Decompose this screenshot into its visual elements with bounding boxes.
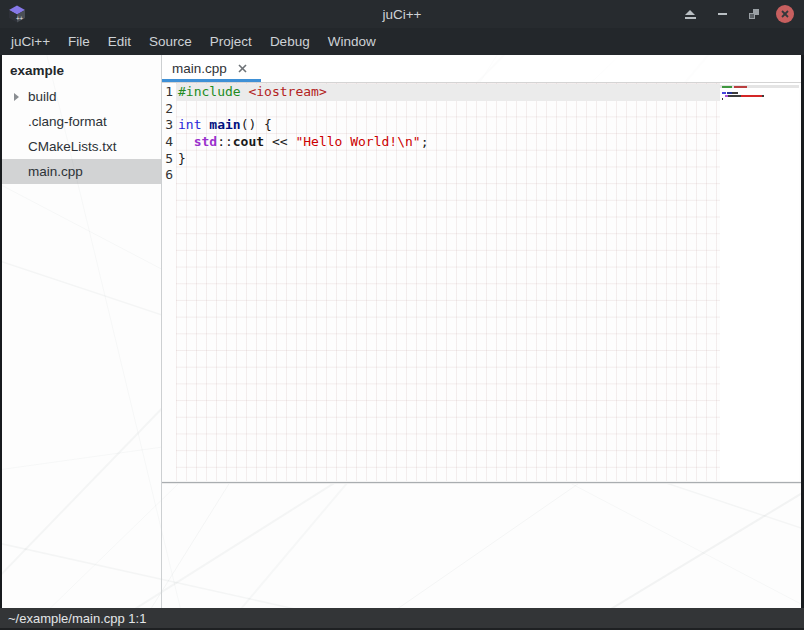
line-number: 4 [162, 134, 173, 151]
tab-bar: main.cpp [162, 55, 801, 83]
tab-close-icon[interactable] [236, 62, 249, 75]
close-button[interactable] [776, 5, 794, 23]
token-ns: std [194, 134, 217, 149]
tree-item-label: main.cpp [28, 164, 83, 179]
token-inc: <iostream> [248, 84, 326, 99]
main-panel: main.cpp 123456 #include <iostream>int m… [162, 55, 801, 608]
token-plain: << [264, 134, 295, 149]
minimap-line [720, 101, 799, 104]
close-icon [780, 9, 790, 19]
status-file-location: ~/example/main.cpp 1:1 [8, 611, 146, 626]
minimize-icon [718, 13, 727, 15]
svg-text:++: ++ [16, 14, 24, 21]
line-number: 5 [162, 151, 173, 168]
menu-item-file[interactable]: File [59, 30, 99, 53]
menu-item-window[interactable]: Window [319, 30, 385, 53]
tree-item-cmakelists-txt[interactable]: CMakeLists.txt [2, 134, 161, 159]
status-bar: ~/example/main.cpp 1:1 [0, 608, 804, 630]
tree-root-folder[interactable]: example [2, 58, 161, 84]
menu-item-edit[interactable]: Edit [99, 30, 140, 53]
code-lines: #include <iostream>int main() { std::cou… [176, 84, 428, 184]
expander-icon[interactable] [7, 93, 25, 101]
menu-item-source[interactable]: Source [140, 30, 201, 53]
code-line: int main() { [178, 117, 428, 134]
line-number: 1 [162, 84, 173, 101]
token-str: "Hello World!\n" [295, 134, 420, 149]
token-pre: #include [178, 84, 241, 99]
tree-item-build[interactable]: build [2, 84, 161, 109]
menu-bar: juCi++FileEditSourceProjectDebugWindow [0, 28, 804, 55]
output-terminal-panel[interactable] [162, 484, 801, 608]
token-plain: () { [241, 117, 272, 132]
token-plain: } [178, 151, 186, 166]
tree-items: build.clang-formatCMakeLists.txtmain.cpp [2, 84, 161, 184]
content-area: example build.clang-formatCMakeLists.txt… [0, 55, 804, 608]
token-fn: main [209, 117, 240, 132]
line-number-gutter: 123456 [162, 84, 176, 184]
menu-item-debug[interactable]: Debug [261, 30, 319, 53]
window-controls [680, 4, 804, 24]
code-area: 123456 #include <iostream>int main() { s… [162, 83, 801, 184]
tree-item-label: .clang-format [28, 114, 107, 129]
tree-item-main-cpp[interactable]: main.cpp [2, 159, 161, 184]
code-line: std::cout << "Hello World!\n"; [178, 134, 428, 151]
token-plain: ; [421, 134, 429, 149]
code-line [178, 167, 428, 184]
token-kw: int [178, 117, 201, 132]
menu-item-project[interactable]: Project [201, 30, 261, 53]
tree-item-label: build [28, 89, 57, 104]
token-id: cout [233, 134, 264, 149]
code-line: #include <iostream> [178, 84, 428, 101]
shade-icon [685, 10, 695, 15]
minimize-button[interactable] [712, 4, 732, 24]
line-number: 3 [162, 117, 173, 134]
minimap[interactable] [720, 83, 799, 481]
line-number: 2 [162, 101, 173, 118]
active-tab-indicator [162, 79, 261, 82]
tab-label: main.cpp [172, 61, 227, 76]
maximize-button[interactable] [744, 4, 764, 24]
token-plain [178, 134, 194, 149]
code-editor[interactable]: 123456 #include <iostream>int main() { s… [162, 83, 801, 481]
tree-item--clang-format[interactable]: .clang-format [2, 109, 161, 134]
restore-icon [749, 9, 759, 19]
code-line: } [178, 151, 428, 168]
file-tree-panel: example build.clang-formatCMakeLists.txt… [2, 55, 162, 608]
menu-item-juci[interactable]: juCi++ [2, 30, 59, 53]
code-line [178, 101, 428, 118]
tree-item-label: CMakeLists.txt [28, 139, 117, 154]
line-number: 6 [162, 167, 173, 184]
token-plain: :: [217, 134, 233, 149]
title-bar[interactable]: ++ juCi++ [0, 0, 804, 28]
app-logo-icon: ++ [6, 3, 28, 25]
juci-window: { "titlebar": { "title": "juCi++", "cont… [0, 0, 804, 630]
shade-button[interactable] [680, 4, 700, 24]
tab-main-cpp[interactable]: main.cpp [162, 55, 261, 82]
